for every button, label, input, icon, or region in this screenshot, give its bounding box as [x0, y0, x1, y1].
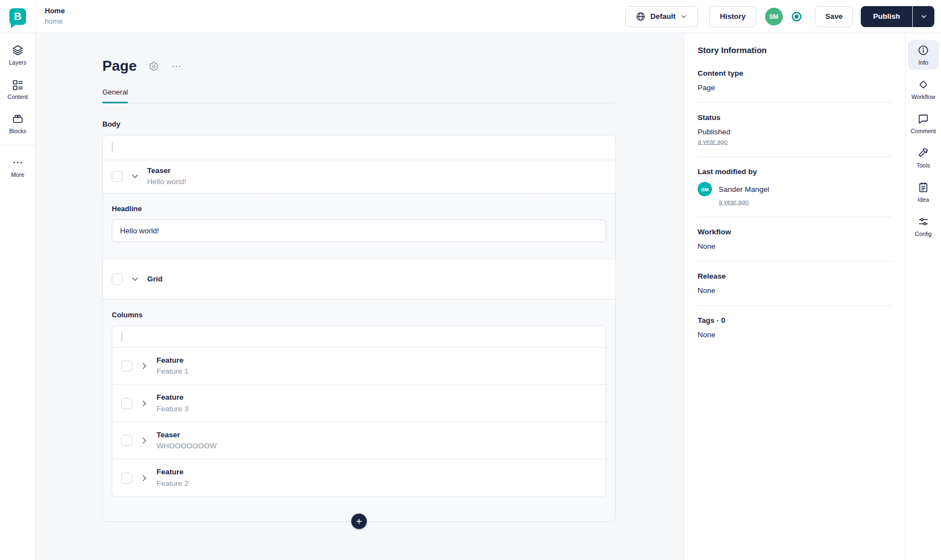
language-selector-button[interactable]: Default — [625, 6, 698, 27]
editor-title-row: Page — [102, 57, 684, 75]
chevron-right-icon[interactable] — [139, 361, 149, 371]
publish-button[interactable]: Publish — [861, 6, 912, 27]
block-subtitle: Hello world! — [147, 176, 186, 187]
block-text: Feature Feature 2 — [157, 467, 189, 489]
panel-tab-label: Idea — [918, 196, 929, 203]
chevron-right-icon[interactable] — [139, 473, 149, 483]
body-field-label: Body — [102, 120, 684, 128]
release-label: Release — [698, 272, 892, 280]
panel-tab-workflow[interactable]: Workflow — [908, 74, 939, 104]
block-text: Feature Feature 3 — [157, 392, 189, 415]
last-modified-section: Last modified by SM Sander Mangel a year… — [698, 168, 892, 206]
tools-hammer-icon — [917, 147, 929, 159]
select-all-checkbox[interactable] — [112, 142, 113, 153]
release-value: None — [698, 286, 892, 295]
block-subtitle: Feature 2 — [157, 478, 189, 489]
right-sidebar: Info Workflow Comment Tools — [905, 33, 941, 560]
info-icon — [917, 44, 929, 56]
workflow-section: Workflow None — [698, 228, 892, 250]
panel-divider — [698, 156, 892, 157]
modified-time-link[interactable]: a year ago — [719, 198, 748, 205]
block-checkbox[interactable] — [112, 274, 123, 285]
block-checkbox[interactable] — [121, 398, 132, 409]
config-sliders-icon — [917, 216, 929, 228]
column-row-teaser[interactable]: Teaser WHOOOOOOOW — [112, 422, 606, 460]
status-value: Published — [698, 128, 892, 136]
headline-input[interactable] — [112, 219, 606, 242]
block-text: Teaser WHOOOOOOOW — [157, 430, 217, 452]
plus-icon — [355, 517, 363, 525]
sidebar-item-layers[interactable]: Layers — [2, 40, 33, 70]
chevron-down-icon — [920, 13, 928, 20]
content-type-settings-button[interactable] — [149, 61, 159, 71]
block-title: Teaser — [147, 165, 186, 176]
block-subtitle: Feature 3 — [157, 404, 189, 415]
tags-section: Tags · 0 None — [698, 316, 892, 339]
page-more-options-button[interactable] — [171, 61, 182, 72]
block-text: Grid — [147, 274, 163, 285]
block-title: Grid — [147, 274, 163, 285]
panel-tab-label: Info — [918, 59, 928, 66]
block-checkbox[interactable] — [112, 171, 123, 182]
publish-options-button[interactable] — [912, 6, 934, 27]
panel-tab-config[interactable]: Config — [908, 211, 939, 241]
block-row-teaser[interactable]: Teaser Hello world! — [103, 160, 615, 193]
chevron-right-icon[interactable] — [139, 399, 149, 409]
select-all-row — [103, 135, 615, 160]
content-type-section: Content type Page — [698, 69, 892, 92]
story-panel-title: Story Information — [698, 45, 892, 55]
block-row-grid[interactable]: Grid — [103, 259, 615, 299]
panel-tab-idea[interactable]: Idea — [908, 177, 939, 207]
ellipsis-icon — [171, 61, 182, 72]
teaser-expanded-panel: Headline — [103, 193, 615, 259]
headline-field-label: Headline — [112, 205, 606, 213]
modifier-avatar: SM — [698, 182, 712, 196]
block-checkbox[interactable] — [121, 435, 132, 446]
status-time-link[interactable]: a year ago — [698, 138, 727, 145]
left-sidebar: Layers Content Blocks Mo — [0, 33, 36, 560]
panel-tab-tools[interactable]: Tools — [908, 143, 939, 172]
block-subtitle: WHOOOOOOOW — [157, 441, 217, 452]
column-row-feature-1[interactable]: Feature Feature 1 — [112, 348, 606, 385]
block-text: Feature Feature 1 — [157, 355, 189, 378]
tags-value: None — [698, 331, 892, 339]
block-title: Feature — [157, 355, 189, 366]
panel-divider — [698, 261, 892, 261]
content-type-label: Content type — [698, 69, 892, 77]
user-avatar[interactable]: SM — [765, 8, 783, 25]
sidebar-item-blocks[interactable]: Blocks — [2, 108, 33, 138]
column-row-feature-2[interactable]: Feature Feature 2 — [112, 459, 606, 496]
save-button[interactable]: Save — [815, 6, 854, 27]
add-block-button[interactable] — [351, 514, 367, 529]
sidebar-item-label: Layers — [9, 59, 27, 66]
sidebar-item-more[interactable]: More — [2, 152, 33, 182]
globe-icon — [636, 12, 646, 22]
storyblok-logo-icon[interactable]: B — [9, 8, 26, 25]
panel-tab-comment[interactable]: Comment — [908, 108, 939, 138]
history-button[interactable]: History — [709, 6, 756, 27]
sidebar-divider — [0, 145, 36, 145]
column-row-feature-3[interactable]: Feature Feature 3 — [112, 385, 606, 422]
preview-target-icon[interactable] — [791, 11, 803, 23]
idea-notepad-icon — [917, 181, 929, 193]
tags-label: Tags · 0 — [698, 316, 892, 325]
editor-tabs: General — [102, 87, 616, 103]
content-type-value: Page — [698, 83, 892, 92]
columns-card: Feature Feature 1 Feature Feature 3 — [112, 326, 606, 497]
sidebar-item-content[interactable]: Content — [2, 74, 33, 104]
block-text: Teaser Hello world! — [147, 165, 186, 188]
chevron-down-icon[interactable] — [130, 274, 140, 284]
tab-general[interactable]: General — [102, 88, 128, 103]
story-information-panel: Story Information Content type Page Stat… — [684, 33, 905, 560]
chevron-down-icon[interactable] — [130, 171, 140, 181]
sidebar-item-label: Content — [8, 93, 28, 100]
chevron-right-icon[interactable] — [139, 436, 149, 446]
language-selector-label: Default — [650, 12, 675, 20]
content-icon — [12, 78, 24, 91]
breadcrumb[interactable]: Home home — [45, 6, 65, 27]
block-checkbox[interactable] — [121, 473, 132, 484]
panel-tab-info[interactable]: Info — [908, 40, 939, 70]
select-all-checkbox[interactable] — [121, 331, 122, 342]
block-checkbox[interactable] — [121, 360, 132, 371]
status-label: Status — [698, 113, 892, 122]
